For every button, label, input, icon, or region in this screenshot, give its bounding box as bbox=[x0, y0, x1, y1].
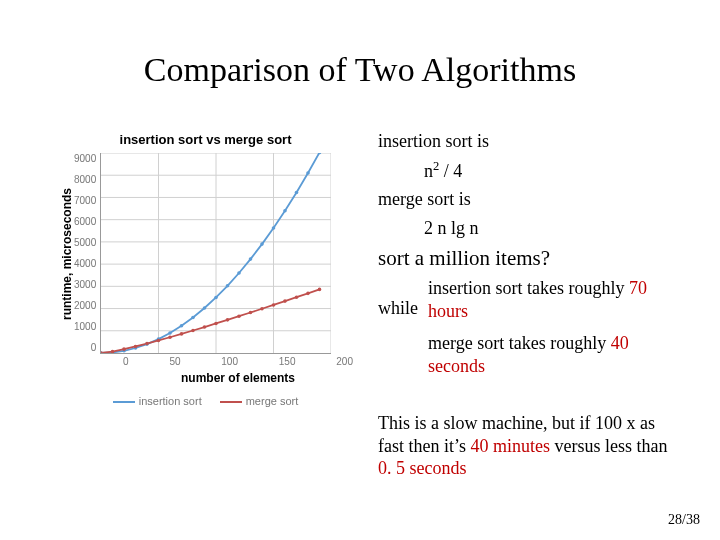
svg-point-40 bbox=[180, 332, 184, 336]
svg-point-23 bbox=[214, 296, 218, 300]
chart: insertion sort vs merge sort runtime, mi… bbox=[58, 132, 353, 407]
svg-point-20 bbox=[180, 324, 184, 328]
svg-point-27 bbox=[260, 242, 264, 246]
svg-point-44 bbox=[226, 318, 230, 322]
svg-point-22 bbox=[203, 306, 207, 310]
svg-point-49 bbox=[283, 299, 287, 303]
svg-point-38 bbox=[157, 339, 161, 343]
svg-point-36 bbox=[134, 345, 138, 349]
svg-point-50 bbox=[295, 295, 299, 299]
svg-point-41 bbox=[191, 329, 195, 333]
svg-point-35 bbox=[122, 347, 126, 351]
merge-time-text: merge sort takes roughly 40 seconds bbox=[428, 332, 678, 377]
svg-point-46 bbox=[249, 311, 253, 315]
y-axis-label: runtime, microseconds bbox=[58, 153, 74, 354]
svg-point-26 bbox=[249, 257, 253, 261]
svg-point-31 bbox=[306, 171, 310, 175]
series-insertion-sort bbox=[101, 153, 320, 353]
chart-title: insertion sort vs merge sort bbox=[58, 132, 353, 147]
svg-point-48 bbox=[272, 303, 276, 307]
insertion-complexity-label: insertion sort is bbox=[378, 130, 678, 153]
insertion-complexity-formula: n2 / 4 bbox=[378, 159, 678, 183]
svg-point-29 bbox=[283, 209, 287, 213]
svg-point-37 bbox=[145, 342, 149, 346]
question-text: sort a million items? bbox=[378, 245, 678, 271]
svg-point-33 bbox=[101, 351, 103, 353]
svg-point-25 bbox=[237, 271, 241, 275]
svg-point-24 bbox=[226, 284, 230, 288]
footer-note: This is a slow machine, but if 100 x as … bbox=[378, 412, 668, 480]
notes-column: insertion sort is n2 / 4 merge sort is 2… bbox=[378, 130, 678, 387]
legend-item-merge: merge sort bbox=[220, 395, 299, 407]
legend-item-insertion: insertion sort bbox=[113, 395, 202, 407]
svg-point-51 bbox=[306, 292, 310, 296]
svg-point-28 bbox=[272, 226, 276, 230]
chart-legend: insertion sort merge sort bbox=[58, 395, 353, 407]
svg-point-45 bbox=[237, 314, 241, 318]
svg-point-30 bbox=[295, 191, 299, 195]
svg-point-21 bbox=[191, 316, 195, 320]
svg-point-52 bbox=[318, 288, 322, 292]
svg-point-47 bbox=[260, 307, 264, 311]
x-axis-label: number of elements bbox=[123, 371, 353, 385]
svg-point-43 bbox=[214, 322, 218, 326]
slide-title: Comparison of Two Algorithms bbox=[0, 51, 720, 89]
while-label: while bbox=[378, 277, 418, 320]
page-number: 28/38 bbox=[668, 512, 700, 528]
y-axis-ticks: 9000 8000 7000 6000 5000 4000 3000 2000 … bbox=[74, 153, 100, 353]
x-axis-ticks: 0 50 100 150 200 bbox=[123, 354, 353, 367]
merge-complexity-formula: 2 n lg n bbox=[378, 217, 678, 240]
plot-area bbox=[100, 153, 331, 354]
svg-point-42 bbox=[203, 325, 207, 329]
svg-point-39 bbox=[168, 335, 172, 339]
insertion-time-text: insertion sort takes roughly 70 hours bbox=[428, 277, 678, 322]
series-merge-sort bbox=[101, 289, 320, 353]
svg-point-19 bbox=[168, 331, 172, 335]
chart-svg bbox=[101, 153, 331, 353]
merge-complexity-label: merge sort is bbox=[378, 188, 678, 211]
svg-point-34 bbox=[111, 350, 115, 353]
